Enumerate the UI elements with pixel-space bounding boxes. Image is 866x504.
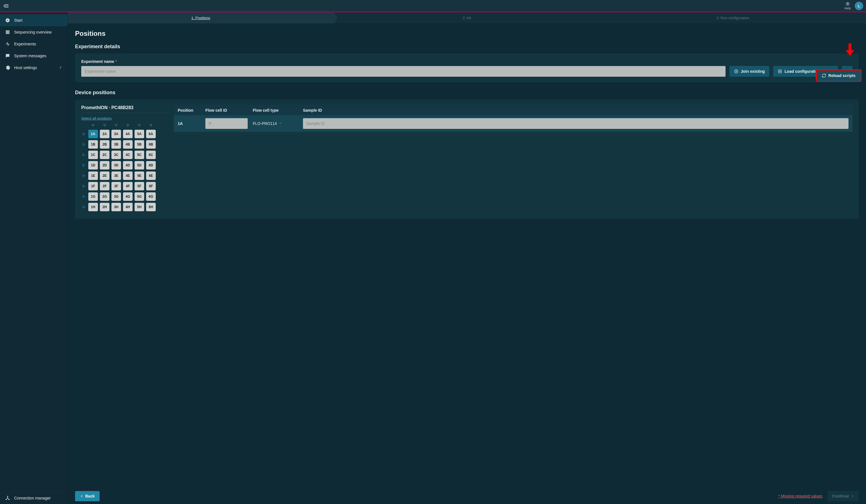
row-marker-H[interactable] <box>81 204 86 210</box>
position-6E[interactable]: 6E <box>146 171 156 180</box>
flow-cell-id-input[interactable] <box>206 118 248 129</box>
experiment-name-input[interactable] <box>81 66 725 77</box>
join-existing-button[interactable]: Join existing <box>730 66 769 77</box>
row-marker-C[interactable] <box>81 152 86 157</box>
reload-scripts-popover: Reload scripts <box>816 69 862 82</box>
sidebar-item-experiments[interactable]: Experiments <box>0 38 67 50</box>
select-all-link[interactable]: Select all positions <box>81 116 112 121</box>
play-circle-icon <box>5 18 10 23</box>
sample-id-input[interactable] <box>303 118 848 129</box>
missing-values-warning[interactable]: * Missing required values <box>778 494 822 499</box>
col-header-flow-cell-id: Flow cell ID <box>206 108 248 113</box>
position-1B[interactable]: 1B <box>88 140 98 149</box>
continue-button[interactable]: Continue <box>828 491 859 501</box>
position-3G[interactable]: 3G <box>111 192 121 201</box>
svg-marker-38 <box>83 154 85 156</box>
row-marker-E[interactable] <box>81 173 86 178</box>
sidebar-item-host-settings[interactable]: Host settings <box>0 62 67 74</box>
chevron-right-icon <box>851 494 854 498</box>
menu-toggle[interactable] <box>3 3 9 9</box>
position-3A[interactable]: 3A <box>111 130 121 138</box>
position-4H[interactable]: 4H <box>123 203 133 211</box>
position-6A[interactable]: 6A <box>146 130 156 138</box>
step-progress: 1. Positions2. Kit3. Run configuration <box>68 12 866 23</box>
position-1C[interactable]: 1C <box>88 150 98 159</box>
position-5H[interactable]: 5H <box>135 203 144 211</box>
position-3D[interactable]: 3D <box>111 161 121 169</box>
position-1H[interactable]: 1H <box>88 203 98 211</box>
position-5B[interactable]: 5B <box>135 140 144 149</box>
column-marker-6[interactable] <box>146 123 156 127</box>
column-marker-1[interactable] <box>88 123 98 127</box>
position-4C[interactable]: 4C <box>123 150 133 159</box>
position-3F[interactable]: 3F <box>111 182 121 190</box>
row-marker-B[interactable] <box>81 142 86 147</box>
position-5F[interactable]: 5F <box>135 182 144 190</box>
user-avatar[interactable]: L <box>855 2 863 10</box>
svg-rect-10 <box>9 32 9 33</box>
position-2A[interactable]: 2A <box>100 130 109 138</box>
position-2B[interactable]: 2B <box>100 140 109 149</box>
position-2C[interactable]: 2C <box>100 150 109 159</box>
row-marker-D[interactable] <box>81 163 86 168</box>
position-2H[interactable]: 2H <box>100 203 109 211</box>
position-3E[interactable]: 3E <box>111 171 121 180</box>
position-5C[interactable]: 5C <box>135 150 144 159</box>
position-5D[interactable]: 5D <box>135 161 144 169</box>
svg-rect-8 <box>6 32 7 33</box>
sidebar-item-sequencing-overview[interactable]: Sequencing overview <box>0 26 67 38</box>
sidebar-item-connection-manager[interactable]: Connection manager <box>0 492 67 504</box>
sidebar-item-system-messages[interactable]: System messages <box>0 50 67 62</box>
sidebar-item-label: Host settings <box>14 65 37 70</box>
position-5A[interactable]: 5A <box>135 130 144 138</box>
flow-cell-type-select[interactable]: FLO-PRO114 <box>253 121 298 126</box>
top-bar: ? Help L <box>0 0 866 12</box>
sidebar-item-start[interactable]: Start <box>0 14 67 26</box>
svg-marker-31 <box>103 124 106 126</box>
step--positions[interactable]: 1. Positions <box>68 12 334 23</box>
svg-marker-34 <box>138 124 141 126</box>
experiment-name-label: Experiment name* <box>81 59 725 64</box>
position-6H[interactable]: 6H <box>146 203 156 211</box>
position-4G[interactable]: 4G <box>123 192 133 201</box>
position-1A[interactable]: 1A <box>88 130 98 138</box>
column-marker-5[interactable] <box>135 123 144 127</box>
position-1E[interactable]: 1E <box>88 171 98 180</box>
position-4F[interactable]: 4F <box>123 182 133 190</box>
column-marker-3[interactable] <box>111 123 121 127</box>
position-1F[interactable]: 1F <box>88 182 98 190</box>
position-4E[interactable]: 4E <box>123 171 133 180</box>
position-5G[interactable]: 5G <box>135 192 144 201</box>
position-2G[interactable]: 2G <box>100 192 109 201</box>
position-6C[interactable]: 6C <box>146 150 156 159</box>
back-button[interactable]: Back <box>75 491 100 501</box>
position-2D[interactable]: 2D <box>100 161 109 169</box>
position-4B[interactable]: 4B <box>123 140 133 149</box>
position-6G[interactable]: 6G <box>146 192 156 201</box>
sidebar-item-label: Sequencing overview <box>14 30 52 34</box>
position-3B[interactable]: 3B <box>111 140 121 149</box>
position-2F[interactable]: 2F <box>100 182 109 190</box>
position-3H[interactable]: 3H <box>111 203 121 211</box>
position-1D[interactable]: 1D <box>88 161 98 169</box>
reload-scripts-button[interactable]: Reload scripts <box>817 70 861 81</box>
position-6B[interactable]: 6B <box>146 140 156 149</box>
position-6F[interactable]: 6F <box>146 182 156 190</box>
column-marker-4[interactable] <box>123 123 133 127</box>
refresh-icon <box>822 73 826 78</box>
svg-marker-36 <box>83 133 85 135</box>
position-6D[interactable]: 6D <box>146 161 156 169</box>
position-3C[interactable]: 3C <box>111 150 121 159</box>
svg-marker-21 <box>846 43 854 56</box>
row-marker-A[interactable] <box>81 132 86 136</box>
sidebar-item-label: Connection manager <box>14 496 51 500</box>
position-4D[interactable]: 4D <box>123 161 133 169</box>
position-1G[interactable]: 1G <box>88 192 98 201</box>
column-marker-2[interactable] <box>100 123 109 127</box>
position-5E[interactable]: 5E <box>135 171 144 180</box>
position-4A[interactable]: 4A <box>123 130 133 138</box>
help-button[interactable]: ? Help <box>844 2 851 10</box>
row-marker-F[interactable] <box>81 183 86 189</box>
position-2E[interactable]: 2E <box>100 171 109 180</box>
row-marker-G[interactable] <box>81 194 86 199</box>
